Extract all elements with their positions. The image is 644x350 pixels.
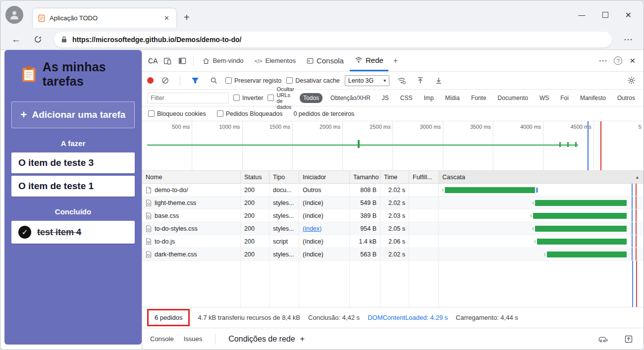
request-time: 2.02 s [380,197,409,209]
devtools-menu-icon[interactable]: ⋯ [598,55,607,66]
export-har-icon[interactable] [432,75,445,86]
more-tools-icon[interactable]: + [389,56,402,65]
blocked-requests-checkbox[interactable]: Pedidos Bloqueados [217,110,283,117]
tab-close-icon[interactable]: ✕ [162,13,171,23]
home-icon [203,57,210,64]
filter-type-doc[interactable]: Documento [494,93,532,103]
invert-checkbox[interactable]: Inverter [233,95,263,101]
devtools-close-icon[interactable]: ✕ [629,56,636,65]
open-panel-icon[interactable] [622,333,636,345]
filter-type-ws[interactable]: WS [536,93,552,103]
filter-type-js[interactable]: JS [378,93,392,103]
clear-icon[interactable] [159,75,172,86]
request-size: 808 B [350,184,380,197]
filter-type-wasm[interactable]: Foi [557,93,572,103]
column-header-waterfall[interactable]: Cascata ▲ [439,171,644,183]
person-icon [9,9,20,20]
todo-item[interactable]: O item de teste 1 [11,176,135,197]
browser-menu-icon[interactable]: ⋯ [619,33,638,46]
browser-tab[interactable]: Aplicação TODO ✕ [32,8,177,28]
filter-type-xhr[interactable]: Obtenção/XHR [327,93,374,103]
tab-welcome[interactable]: Bem-vindo [198,50,248,71]
request-row[interactable]: base.css 200 styles... (índice) 389 B 2.… [142,209,644,222]
checkmark-icon[interactable]: ✓ [18,226,31,239]
request-row[interactable]: light-theme.css 200 styles... (índice) 5… [142,197,644,209]
request-row[interactable]: to-do-styles.css 200 styles... (index) 9… [142,222,644,235]
url-bar[interactable]: https://microsoftedge.github.io/Demos/de… [54,32,612,48]
filter-type-manifest[interactable]: Manifesto [577,93,609,103]
blocked-cookies-checkbox[interactable]: Bloqueou cookies [148,110,206,117]
minimize-icon[interactable]: — [579,11,586,19]
new-tab-button[interactable]: + [177,10,197,25]
preserve-log-checkbox[interactable]: Preservar registo [225,77,281,84]
filter-type-other[interactable]: Outros [614,93,639,103]
blocked-cookies-label: Bloqueou cookies [157,110,206,117]
todo-item[interactable]: O item de teste 3 [11,152,135,173]
stylesheet-icon [146,212,152,219]
timeline-tick: 1000 ms [192,121,242,170]
help-icon[interactable]: ? [614,56,622,65]
import-har-icon[interactable] [414,75,427,86]
column-header-size[interactable]: Tamanho [350,171,380,183]
dock-side-icon[interactable] [175,55,189,67]
checkbox-icon [217,110,223,117]
filter-icon[interactable] [188,75,202,86]
maximize-icon[interactable] [602,12,608,18]
record-icon[interactable] [147,77,154,84]
window-close-icon[interactable]: ✕ [625,10,632,20]
activity-mark [567,142,569,147]
profile-avatar[interactable] [5,6,23,24]
add-drawer-tool-icon[interactable]: + [300,335,305,344]
settings-gear-icon[interactable] [624,74,639,87]
browser-window: Aplicação TODO ✕ + — ✕ ← https://microso… [0,0,644,350]
filter-input[interactable] [147,93,229,103]
column-header-initiator[interactable]: Iniciador [299,171,350,183]
throttling-select[interactable]: Lento 3G ▾ [345,75,389,86]
tab-console[interactable]: Consola [302,50,349,71]
request-status: 200 [241,222,269,235]
filter-type-font[interactable]: Fonte [468,93,490,103]
request-fulfilled [409,184,439,197]
network-conditions-icon[interactable] [394,75,409,86]
device-toolbar-icon[interactable] [161,55,174,67]
request-status: 200 [241,209,269,222]
request-type: script [269,235,299,248]
timeline-tick: 4000 ms [493,121,543,170]
request-fulfilled [409,209,439,222]
add-task-button[interactable]: + Adicionar uma tarefa [11,101,135,128]
filter-type-all[interactable]: Todos [300,93,322,103]
request-initiator-link[interactable]: (index) [303,225,322,232]
column-header-status[interactable]: Status [241,171,269,183]
request-initiator: Outros [299,184,350,197]
filter-type-media[interactable]: Mídia [442,93,463,103]
response-cap [536,188,538,193]
request-initiator: (índice) [299,197,350,209]
drawer-tab-issues[interactable]: Issues [184,335,203,343]
car-icon[interactable] [595,334,611,345]
request-name: dark-theme.css [155,251,197,258]
tab-elements[interactable]: </> Elementos [250,50,301,71]
disable-cache-checkbox[interactable]: Desativar cache [286,77,340,84]
url-text: https://microsoftedge.github.io/Demos/de… [72,36,241,44]
drawer-tab-network-conditions[interactable]: Condições de rede + [228,335,305,344]
done-item[interactable]: ✓ test item 4 [11,221,135,244]
waterfall-bar [547,251,627,257]
wifi-icon [355,56,363,63]
filter-type-css[interactable]: CSS [397,93,416,103]
code-icon: </> [255,58,263,64]
request-row[interactable]: demo-to-do/ 200 docu... Outros 808 B 2.0… [142,184,644,197]
tab-strip: Aplicação TODO ✕ + — ✕ [0,0,644,29]
column-header-name[interactable]: Nome [142,171,241,183]
request-row[interactable]: to-do.js 200 script (índice) 1.4 kB 2.06… [142,235,644,248]
filter-type-img[interactable]: Imp [421,93,437,103]
column-header-time[interactable]: Time [380,171,409,183]
column-header-type[interactable]: Tipo [269,171,299,183]
request-row[interactable]: dark-theme.css 200 styles... (índice) 56… [142,248,644,261]
network-overview-timeline[interactable]: 500 ms 1000 ms 1500 ms 2000 ms 2500 ms 3… [142,121,644,171]
tab-network[interactable]: Rede [350,50,388,71]
drawer-tab-console[interactable]: Console [150,335,174,343]
reload-button[interactable] [29,34,47,45]
back-button[interactable]: ← [6,33,26,46]
search-icon[interactable] [207,75,220,86]
column-header-fulfilled[interactable]: Fulfill... [409,171,439,183]
